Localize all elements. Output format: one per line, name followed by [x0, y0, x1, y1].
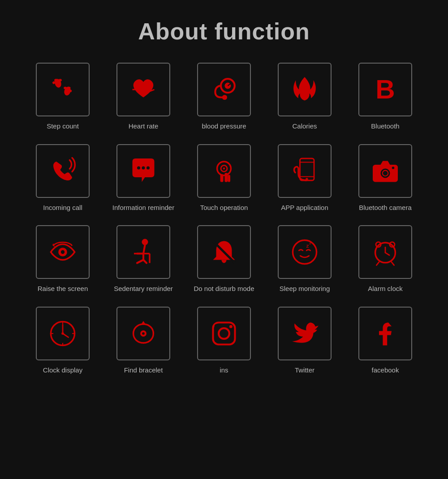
- label-clock-display: Clock display: [43, 366, 82, 375]
- alarm-icon: [370, 236, 401, 268]
- svg-marker-54: [141, 321, 146, 325]
- item-bluetooth: B Bluetooth: [349, 63, 421, 131]
- svg-point-17: [223, 167, 225, 169]
- item-blood-pressure: blood pressure: [188, 63, 260, 131]
- icon-box-do-not-disturb: [197, 225, 251, 279]
- twitter-icon: [289, 318, 320, 349]
- touch-icon: [208, 155, 240, 187]
- item-alarm-clock: Alarm clock: [349, 225, 421, 293]
- heart-rate-icon: [128, 74, 159, 105]
- item-twitter: Twitter: [269, 307, 340, 375]
- svg-point-27: [383, 170, 388, 176]
- icon-box-heart-rate: [116, 63, 170, 116]
- label-incoming-call: Incoming call: [43, 203, 82, 212]
- phone-icon: [47, 155, 78, 187]
- camera-icon: [370, 155, 401, 187]
- item-calories: Calories: [269, 63, 340, 131]
- icon-box-incoming-call: [36, 144, 90, 198]
- label-sleep-monitoring: Sleep monitoring: [280, 284, 330, 293]
- item-bluetooth-camera: Bluetooth camera: [349, 144, 421, 212]
- svg-point-59: [229, 325, 233, 328]
- icon-box-app-application: [278, 144, 332, 198]
- icon-box-information-reminder: [116, 144, 170, 198]
- icon-box-touch-operation: [197, 144, 251, 198]
- label-calories: Calories: [292, 122, 317, 131]
- sleep-icon: Z z: [289, 236, 320, 268]
- item-find-bracelet: Find bracelet: [108, 307, 179, 375]
- icon-box-sedentary-reminder: [116, 225, 170, 279]
- svg-point-56: [142, 332, 145, 335]
- svg-line-41: [385, 252, 389, 255]
- svg-point-13: [142, 166, 145, 169]
- item-touch-operation: Touch operation: [188, 144, 260, 212]
- label-alarm-clock: Alarm clock: [368, 284, 403, 293]
- item-raise-screen: Raise the screen: [27, 225, 99, 293]
- facebook-icon: [370, 318, 401, 349]
- label-touch-operation: Touch operation: [200, 203, 248, 212]
- icon-box-calories: [278, 63, 332, 116]
- label-do-not-disturb: Do not disturb mode: [194, 284, 254, 293]
- page-title: About function: [138, 18, 310, 45]
- label-blood-pressure: blood pressure: [202, 122, 246, 131]
- item-clock-display: Clock display: [27, 307, 99, 375]
- svg-line-44: [376, 262, 379, 265]
- icon-box-bluetooth-camera: [358, 144, 412, 198]
- function-grid: Step count Heart rate blood pressure: [27, 63, 421, 374]
- svg-point-58: [219, 328, 229, 339]
- sedentary-icon: [128, 236, 159, 268]
- label-facebook: facebook: [372, 366, 399, 375]
- clock-icon: [47, 318, 78, 349]
- svg-point-28: [392, 166, 395, 169]
- item-sleep-monitoring: Z z Sleep monitoring: [269, 225, 340, 293]
- item-sedentary-reminder: Sedentary reminder: [108, 225, 179, 293]
- item-step-count: Step count: [27, 63, 99, 131]
- label-twitter: Twitter: [295, 366, 314, 375]
- icon-box-find-bracelet: [116, 307, 170, 360]
- no-bell-icon: [208, 236, 240, 268]
- icon-box-clock-display: [36, 307, 90, 360]
- svg-point-10: [222, 95, 227, 100]
- icon-box-ins: [197, 307, 251, 360]
- label-bluetooth-camera: Bluetooth camera: [359, 203, 412, 212]
- label-raise-screen: Raise the screen: [38, 284, 88, 293]
- item-incoming-call: Incoming call: [27, 144, 99, 212]
- app-icon: [289, 155, 320, 187]
- svg-point-30: [61, 250, 65, 254]
- instagram-icon: [208, 318, 240, 349]
- item-app-application: APP application: [269, 144, 340, 212]
- svg-rect-20: [228, 175, 230, 182]
- eye-icon: [47, 236, 78, 268]
- label-heart-rate: Heart rate: [129, 122, 159, 131]
- footprints-icon: [47, 74, 78, 105]
- svg-text:Z: Z: [306, 244, 309, 248]
- item-do-not-disturb: Do not disturb mode: [188, 225, 260, 293]
- label-find-bracelet: Find bracelet: [124, 366, 163, 375]
- icon-box-raise-screen: [36, 225, 90, 279]
- fire-icon: [289, 74, 320, 105]
- svg-text:z: z: [310, 242, 311, 245]
- bluetooth-b-icon: B: [375, 76, 395, 103]
- svg-line-45: [392, 262, 394, 265]
- icon-box-bluetooth: B: [358, 63, 412, 116]
- label-ins: ins: [220, 366, 228, 375]
- item-facebook: facebook: [349, 307, 421, 375]
- svg-point-49: [61, 332, 64, 335]
- label-app-application: APP application: [281, 203, 328, 212]
- svg-rect-19: [224, 173, 228, 182]
- icon-box-facebook: [358, 307, 412, 360]
- svg-point-14: [146, 166, 150, 169]
- icon-box-alarm-clock: [358, 225, 412, 279]
- svg-rect-18: [220, 174, 224, 182]
- label-sedentary-reminder: Sedentary reminder: [114, 284, 173, 293]
- chat-icon: [128, 155, 159, 187]
- icon-box-step-count: [36, 63, 90, 116]
- label-information-reminder: Information reminder: [112, 203, 174, 212]
- svg-point-12: [137, 166, 140, 169]
- svg-point-36: [293, 240, 316, 264]
- find-icon: [128, 318, 159, 349]
- item-ins: ins: [188, 307, 260, 375]
- item-heart-rate: Heart rate: [108, 63, 179, 131]
- icon-box-sleep-monitoring: Z z: [278, 225, 332, 279]
- item-information-reminder: Information reminder: [108, 144, 179, 212]
- label-step-count: Step count: [47, 122, 79, 131]
